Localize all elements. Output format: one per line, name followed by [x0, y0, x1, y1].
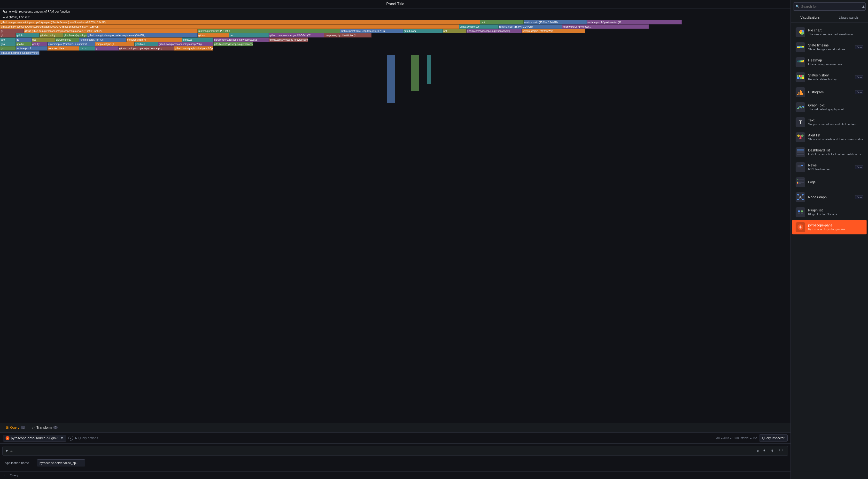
viz-info-graph-old: Graph (old) The old default graph panel — [808, 103, 863, 111]
flame-bar[interactable]: gi — [0, 29, 24, 33]
sidebar-search-input[interactable] — [793, 2, 866, 11]
viz-desc-pie-chart: The new core pie chart visualization — [808, 33, 863, 36]
viz-info-text: Text Supports markdown and html content — [808, 118, 863, 126]
flame-bar[interactable]: runtime/pprof.(*prf run — [79, 37, 126, 42]
viz-item-status-history[interactable]: Status history Periodic status history B… — [792, 70, 867, 84]
flame-bar[interactable]: goo — [0, 37, 16, 42]
flame-bar[interactable]: runtime.main (15.9%, 0.24 GB) — [499, 25, 562, 29]
viz-info-node-graph: Node Graph — [808, 195, 852, 199]
flame-bar[interactable]: github.com/pyroscope-io/pyroscope/pkg — [119, 46, 174, 50]
flame-bar[interactable]: goo — [0, 42, 16, 46]
flame-bar[interactable]: gi — [95, 46, 119, 50]
flame-bar[interactable]: github.com.github.m/proc.writeHeapIntern… — [87, 33, 197, 37]
datasource-icon: 🔥 — [6, 436, 9, 440]
query-a-collapse[interactable]: ▼ — [5, 449, 8, 453]
flame-bar[interactable]: runtime/pprof.writeHeap (16.43%, 0.25 G — [340, 29, 403, 33]
flame-bar[interactable]: goo by — [16, 42, 31, 46]
flame-bar[interactable]: github.com/dgraph-io/badger/v2.Open (T — [174, 46, 213, 50]
viz-item-pie-chart[interactable]: Pie chart The new core pie chart visuali… — [792, 25, 867, 39]
flame-bar[interactable]: github.com/pyroscope-io/pyroscope/pkg — [158, 42, 213, 46]
flame-bar[interactable]: runtime/pprof.StartCPUProfile — [197, 29, 340, 33]
tab-visualizations[interactable]: Visualizations — [791, 13, 830, 22]
flame-bar[interactable]: github.com/py — [55, 37, 79, 42]
tab-transform[interactable]: ⇄ Transform 0 — [29, 423, 61, 432]
flame-bar[interactable]: goo by — [32, 42, 48, 46]
viz-item-node-graph[interactable]: Node Graph Beta — [792, 190, 867, 204]
flame-bar[interactable]: net — [443, 29, 466, 33]
viz-item-alert-list[interactable]: Alert list Shows list of alerts and thei… — [792, 130, 867, 144]
flame-bar[interactable]: runtime/pprof.(*profileBu runtime/prf — [48, 42, 95, 46]
flame-bar[interactable]: runtime/pprof.(*profileWri... — [562, 25, 649, 29]
flame-bar[interactable]: runtime.main (15.9%, 0.24 GB) — [524, 20, 587, 25]
query-a-delete[interactable]: 🗑 — [769, 448, 775, 453]
svg-rect-45 — [801, 166, 803, 166]
flame-bar[interactable]: github.com/pyroscope-io/pyroscope/pkg — [213, 37, 269, 42]
flame-bar[interactable]: github.com/py.strings.(*Buil — [63, 33, 87, 37]
flame-bar[interactable]: compress/gzip. NewWriter (1 — [324, 33, 372, 37]
viz-item-text[interactable]: T Text Supports markdown and html conten… — [792, 115, 867, 129]
flame-bar[interactable]: github.co — [134, 42, 158, 46]
viz-item-dashboard-list[interactable]: Dashboard list List of dynamic links to … — [792, 145, 867, 160]
flame-bar[interactable]: github.com/dgraph-io/badger/v2/skl.new — [0, 50, 39, 55]
sidebar-search: 🔍 ▲ — [791, 0, 868, 13]
flame-bar[interactable]: compress/gzip.(*Writer).Writ — [522, 29, 585, 33]
svg-line-65 — [800, 198, 803, 199]
flame-graph-wrapper[interactable]: github.com/pyroscope-io/pyroscope/pkg/ag… — [0, 20, 790, 420]
flame-bar[interactable]: github.co — [197, 33, 229, 37]
flame-bar[interactable]: github.com — [403, 29, 443, 33]
flame-bar[interactable]: go — [16, 37, 31, 42]
flame-bar[interactable]: compress/gzip.(*f — [126, 37, 182, 42]
viz-item-news[interactable]: News RSS feed reader Beta — [792, 160, 867, 174]
flame-bar[interactable]: github.com/pyroscope-io/pyroscope/pkg — [269, 37, 308, 42]
svg-rect-68 — [801, 210, 803, 212]
flame-bar[interactable]: github.co — [182, 37, 214, 42]
tab-query[interactable]: ⊞ Query 1 — [2, 423, 29, 432]
svg-rect-43 — [798, 165, 801, 167]
svg-rect-44 — [801, 165, 803, 166]
flame-bar[interactable]: github.com/pyrosc — [459, 25, 498, 29]
tab-library-panels[interactable]: Library panels — [830, 13, 868, 22]
flame-bar[interactable]: github.github.com/pyroscope-io/pyroscope… — [24, 29, 197, 33]
flame-bar[interactable]: net — [229, 33, 269, 37]
flame-bar[interactable]: compress/gzip.(fl — [95, 42, 134, 46]
add-query-btn[interactable]: + + Query — [0, 471, 790, 479]
svg-rect-55 — [797, 182, 798, 183]
svg-rect-56 — [797, 183, 798, 184]
flame-bar[interactable]: go — [0, 46, 16, 50]
svg-point-60 — [797, 199, 799, 200]
flame-bar[interactable]: github.com/pyroscope-io/pyroscope/pkg/ag… — [0, 20, 480, 25]
viz-item-plugin-list[interactable]: Plugin list Plugin List for Grafana — [792, 205, 867, 219]
flame-bar[interactable]: compress/flate. — [48, 46, 79, 50]
flame-bar[interactable]: github.com/py — [39, 33, 63, 37]
sidebar-collapse-btn[interactable]: ▲ — [861, 4, 866, 9]
viz-item-graph-old[interactable]: Graph (old) The old default graph panel — [792, 100, 867, 114]
flame-bar[interactable]: github.com/pyroscope-io/pyroscope/pkg/ag… — [0, 25, 459, 29]
query-options-btn[interactable]: ▶ Query options — [75, 436, 98, 440]
viz-item-histogram[interactable]: Histogram Beta — [792, 85, 867, 99]
flame-bar[interactable]: github.com/pyroscope-io/pyroscope/pkg — [466, 29, 522, 33]
flame-bar[interactable]: github.com/peterbour gon/ff/v3/ffcli.(*C… — [269, 33, 324, 37]
datasource-selector[interactable]: 🔥 pyroscope-data-source-plugin-1 ▼ — [3, 435, 66, 442]
flame-bar[interactable]: runtime/pprof.(*profileWriter (12... — [587, 20, 682, 25]
query-inspector-button[interactable]: Query inspector — [759, 435, 787, 442]
flame-bar[interactable]: cor co — [79, 46, 95, 50]
query-a-eye[interactable]: 👁 — [762, 448, 768, 453]
info-icon[interactable]: i — [68, 436, 73, 441]
viz-item-pyroscope-panel[interactable]: pyroscope-panel Pyroscope plugin for gra… — [792, 220, 867, 234]
viz-desc-heatmap: Like a histogram over time — [808, 63, 863, 66]
query-a-more[interactable]: ⋮⋮ — [777, 448, 785, 453]
flame-bar[interactable]: net/ — [480, 20, 524, 25]
flame-bar[interactable]: git — [0, 33, 16, 37]
library-panels-tab-label: Library panels — [839, 16, 859, 19]
flame-bar[interactable]: runtime/pprof. — [16, 46, 48, 50]
app-name-input[interactable] — [37, 459, 85, 467]
viz-item-logs[interactable]: Logs — [792, 175, 867, 190]
viz-info-status-history: Status history Periodic status history — [808, 73, 852, 81]
viz-item-heatmap[interactable]: Heatmap Like a histogram over time — [792, 55, 867, 69]
viz-item-state-timeline[interactable]: State timeline State changes and duratio… — [792, 40, 867, 55]
query-tab-badge: 1 — [21, 426, 25, 429]
flame-bar[interactable]: gith io — [16, 33, 39, 37]
query-a-copy[interactable]: ⧉ — [756, 448, 760, 453]
flame-bar[interactable]: goo — [32, 37, 56, 42]
flame-bar[interactable]: github.com/pyroscope-io/pyroscope/pkg — [213, 42, 253, 46]
